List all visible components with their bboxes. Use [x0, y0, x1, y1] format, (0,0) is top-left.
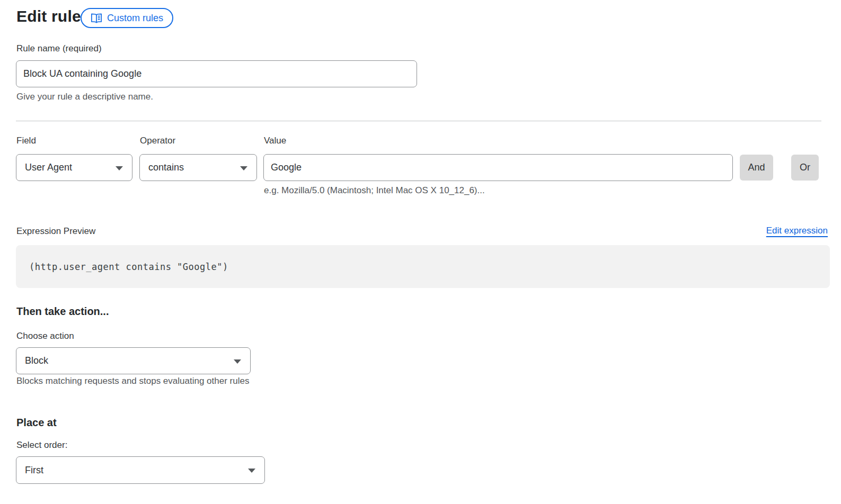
edit-expression-link[interactable]: Edit expression [766, 226, 828, 236]
choose-action-label: Choose action [16, 331, 74, 341]
order-select-value: First [25, 465, 43, 476]
and-button[interactable]: And [740, 155, 773, 181]
field-select-value: User Agent [25, 162, 72, 173]
select-order-label: Select order: [16, 440, 67, 451]
or-button[interactable]: Or [791, 155, 819, 181]
action-select[interactable]: Block [16, 347, 251, 374]
field-label: Field [16, 136, 36, 146]
operator-select[interactable]: contains [139, 154, 257, 181]
page-title: Edit rule [16, 7, 81, 25]
action-help: Blocks matching requests and stops evalu… [16, 376, 249, 386]
expression-preview-label: Expression Preview [16, 226, 95, 237]
action-heading: Then take action... [16, 305, 109, 318]
value-input[interactable] [263, 154, 733, 181]
action-select-value: Block [25, 355, 48, 366]
place-at-heading: Place at [16, 417, 57, 429]
value-label: Value [264, 136, 286, 146]
book-icon [91, 13, 102, 23]
operator-label: Operator [140, 136, 175, 146]
operator-select-value: contains [148, 162, 184, 173]
value-hint: e.g. Mozilla/5.0 (Macintosh; Intel Mac O… [264, 185, 485, 196]
custom-rules-label: Custom rules [107, 13, 163, 24]
custom-rules-badge[interactable]: Custom rules [81, 8, 173, 28]
chevron-down-icon [240, 166, 247, 170]
section-divider [16, 121, 821, 121]
chevron-down-icon [248, 469, 255, 473]
chevron-down-icon [116, 166, 123, 170]
order-select[interactable]: First [16, 456, 265, 484]
rule-name-help: Give your rule a descriptive name. [16, 92, 153, 102]
rule-name-input[interactable] [16, 60, 417, 87]
expression-code: (http.user_agent contains "Google") [29, 245, 228, 288]
field-select[interactable]: User Agent [16, 154, 132, 181]
chevron-down-icon [234, 359, 241, 364]
edit-rule-page: Edit rule Custom rules Rule name (requir… [0, 0, 841, 504]
rule-name-label: Rule name (required) [16, 43, 102, 54]
